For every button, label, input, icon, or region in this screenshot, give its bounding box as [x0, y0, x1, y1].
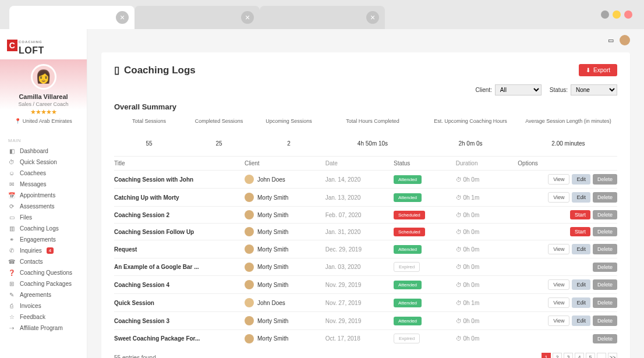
page-2[interactable]: 2 — [553, 353, 562, 358]
row-title[interactable]: Coaching Session Follow Up — [114, 229, 245, 235]
sidebar-item-coaching-packages[interactable]: ⊞Coaching Packages — [0, 278, 87, 289]
row-status: Attended — [394, 281, 456, 289]
sidebar-item-feedback[interactable]: ☆Feedback — [0, 311, 87, 322]
client-select[interactable]: All — [495, 84, 542, 95]
delete-button[interactable]: Delete — [593, 244, 617, 254]
start-button[interactable]: Start — [570, 227, 590, 236]
close-icon[interactable]: × — [116, 11, 129, 24]
delete-button[interactable]: Delete — [593, 192, 617, 203]
row-title[interactable]: Coaching Session 4 — [114, 282, 245, 288]
sidebar-item-coaching-logs[interactable]: ▥Coaching Logs — [0, 223, 87, 234]
edit-button[interactable]: Edit — [572, 174, 590, 185]
avatar[interactable]: 👩 — [31, 64, 56, 90]
row-duration: ⏱ 0h 0m — [456, 212, 518, 218]
nav-icon: 📅 — [8, 192, 15, 199]
nav-icon: ✎ — [8, 292, 15, 298]
delete-button[interactable]: Delete — [593, 316, 617, 326]
browser-tab[interactable]: × — [9, 6, 135, 29]
row-title[interactable]: An Example of a Google Bar ... — [114, 264, 245, 270]
sidebar-item-inquiries[interactable]: ✆Inquiries4 — [0, 245, 87, 256]
row-title[interactable]: Request — [114, 246, 245, 253]
browser-tab[interactable]: × — [260, 6, 385, 29]
delete-button[interactable]: Delete — [593, 334, 617, 343]
window-dot[interactable] — [613, 10, 621, 19]
start-button[interactable]: Start — [570, 210, 590, 219]
page-...[interactable]: ... — [597, 353, 606, 358]
view-button[interactable]: View — [548, 316, 569, 326]
delete-button[interactable]: Delete — [593, 263, 617, 272]
edit-button[interactable]: Edit — [572, 279, 590, 290]
row-title[interactable]: Coaching Session 2 — [114, 212, 245, 218]
view-button[interactable]: View — [548, 192, 569, 203]
user-avatar[interactable] — [620, 35, 630, 45]
delete-button[interactable]: Delete — [593, 227, 617, 236]
row-title[interactable]: Catching Up with Morty — [114, 194, 245, 201]
nav-label: Messages — [20, 181, 47, 187]
export-button[interactable]: ⬇ Export — [579, 64, 617, 76]
sidebar-item-affiliate-program[interactable]: ⇢Affiliate Program — [0, 322, 87, 334]
sidebar-item-dashboard[interactable]: ◧Dashboard — [0, 146, 87, 157]
status-select[interactable]: None — [571, 84, 617, 95]
status-badge: Expired — [394, 262, 420, 272]
sidebar-item-files[interactable]: ▭Files — [0, 212, 87, 223]
row-title[interactable]: Quick Session — [114, 300, 245, 306]
client-avatar — [245, 298, 254, 307]
edit-button[interactable]: Edit — [572, 316, 590, 326]
row-date: Oct. 17, 2018 — [325, 335, 394, 342]
delete-button[interactable]: Delete — [593, 279, 617, 290]
delete-button[interactable]: Delete — [593, 210, 617, 219]
sidebar-item-assessments[interactable]: ⟳Assessments — [0, 201, 87, 212]
window-dot[interactable] — [601, 10, 609, 19]
table-row: Coaching Session 4 Morty Smith Nov. 29, … — [114, 275, 617, 293]
sidebar-item-messages[interactable]: ✉Messages — [0, 179, 87, 190]
nav-label: Coachees — [20, 170, 46, 176]
sidebar-item-agreements[interactable]: ✎Agreements — [0, 289, 87, 300]
row-status: Attended — [394, 317, 456, 325]
summary-headers: Total SessionsCompleted SessionsUpcoming… — [114, 116, 617, 126]
sidebar-item-coaching-questions[interactable]: ❓Coaching Questions — [0, 267, 87, 278]
nav-main: MAIN ◧Dashboard⏱Quick Session☺Coachees✉M… — [0, 131, 87, 338]
view-button[interactable]: View — [548, 279, 569, 290]
page-5[interactable]: 5 — [586, 353, 595, 358]
status-badge: Attended — [394, 317, 422, 325]
page->>[interactable]: >> — [608, 353, 617, 358]
row-title[interactable]: Coaching Session with John — [114, 176, 245, 183]
row-date: Jan. 03, 2020 — [325, 264, 394, 270]
edit-button[interactable]: Edit — [572, 244, 590, 254]
col-client: Client — [245, 160, 325, 166]
sidebar-item-invoices[interactable]: ⎙Invoices — [0, 300, 87, 311]
nav-icon: ✉ — [8, 181, 15, 187]
sidebar-item-engagements[interactable]: ⚭Engagements — [0, 234, 87, 245]
nav-icon: ⊞ — [8, 281, 15, 287]
nav-icon: ▥ — [8, 225, 15, 232]
delete-button[interactable]: Delete — [593, 297, 617, 308]
sidebar-item-contacts[interactable]: ☎Contacts — [0, 256, 87, 267]
page-4[interactable]: 4 — [575, 353, 584, 358]
row-title[interactable]: Sweet Coaching Package For... — [114, 335, 245, 342]
chat-icon[interactable]: ▭ — [608, 37, 614, 44]
view-button[interactable]: View — [548, 174, 569, 185]
logo[interactable]: CCOACHINGLOFT — [0, 29, 87, 59]
client-avatar — [245, 175, 254, 184]
edit-button[interactable]: Edit — [572, 297, 590, 308]
status-badge: Scheduled — [394, 228, 425, 236]
logs-icon: ▯ — [114, 64, 119, 76]
client-avatar — [245, 244, 254, 254]
close-icon[interactable]: × — [241, 11, 254, 24]
sidebar-item-quick-session[interactable]: ⏱Quick Session — [0, 157, 87, 168]
nav-icon: ⏱ — [8, 159, 15, 165]
delete-button[interactable]: Delete — [593, 174, 617, 185]
nav-icon: ⟳ — [8, 203, 15, 210]
sidebar-item-coachees[interactable]: ☺Coachees — [0, 168, 87, 179]
edit-button[interactable]: Edit — [572, 192, 590, 203]
view-button[interactable]: View — [548, 244, 569, 254]
page-1[interactable]: 1 — [542, 353, 551, 358]
row-title[interactable]: Coaching Session 3 — [114, 318, 245, 324]
page-3[interactable]: 3 — [564, 353, 573, 358]
sidebar-item-appointments[interactable]: 📅Appointments — [0, 190, 87, 201]
browser-tab[interactable]: × — [135, 6, 260, 29]
window-dot[interactable] — [624, 10, 632, 19]
view-button[interactable]: View — [548, 297, 569, 308]
close-icon[interactable]: × — [366, 11, 379, 24]
row-options: StartDelete — [518, 227, 617, 236]
